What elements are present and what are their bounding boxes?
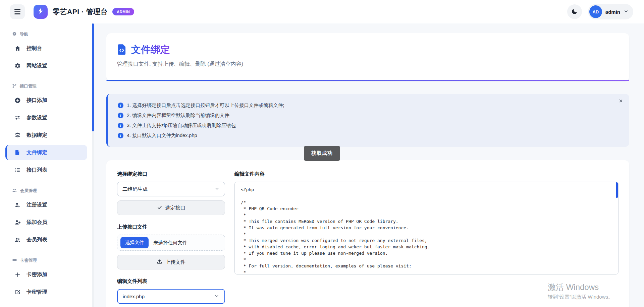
sidebar-item-site-settings[interactable]: 网站设置: [5, 58, 87, 73]
edit-square-icon: [14, 289, 21, 295]
git-branch-icon: [12, 83, 17, 89]
file-list-label: 编辑文件列表: [117, 278, 225, 285]
avatar: AD: [589, 5, 602, 18]
user-gear-icon: [14, 202, 21, 208]
sidebar-item-member-list[interactable]: 会员列表: [5, 232, 87, 247]
toast-message: 获取成功: [304, 146, 340, 161]
sidebar-section-members: 会员管理: [12, 188, 94, 194]
alert-line: i 3. 文件上传支持zip压缩自动解压成功后删除压缩包: [118, 122, 619, 129]
alert-line: i 4. 接口默认入口文件为index.php: [118, 132, 619, 139]
file-list-select[interactable]: index.php: [117, 289, 225, 304]
editor-content: <?php /* * PHP QR Code encoder * * This …: [241, 186, 612, 274]
info-icon: i: [118, 113, 123, 118]
plus-circle-icon: [14, 97, 21, 104]
no-file-chosen-text: 未选择任何文件: [153, 240, 187, 246]
upload-file-button[interactable]: 上传文件: [117, 255, 225, 269]
top-header: 零艺API · 管理台 ADMIN AD admin: [0, 0, 644, 23]
sidebar-item-dashboard[interactable]: 控制台: [5, 41, 87, 56]
page-subtitle: 管理接口文件, 支持上传、编辑、删除 (通过清空内容): [117, 61, 619, 68]
file-code-icon: [117, 44, 127, 56]
info-icon: i: [118, 103, 123, 108]
list-icon: [14, 167, 21, 173]
sidebar-item-card-add[interactable]: 卡密添加: [5, 267, 87, 282]
main-content: 文件绑定 管理接口文件, 支持上传、编辑、删除 (通过清空内容) i 1. 选择…: [94, 23, 644, 307]
sidebar: 导航 控制台 网站设置 接口管理 接口添加 参数设置 数据绑定 文件绑定 接口列…: [0, 23, 94, 307]
upload-file-label: 上传接口文件: [117, 224, 225, 230]
file-input[interactable]: 选择文件 未选择任何文件: [117, 235, 225, 251]
upload-icon: [157, 259, 162, 265]
sidebar-item-data-binding[interactable]: 数据绑定: [5, 127, 87, 143]
dark-mode-toggle[interactable]: [567, 4, 582, 19]
sidebar-item-card-manage[interactable]: 卡密管理: [5, 284, 87, 300]
moon-icon: [571, 8, 578, 16]
user-menu[interactable]: AD admin: [588, 4, 633, 19]
confirm-api-button[interactable]: 选定接口: [117, 200, 225, 215]
database-icon: [14, 132, 21, 138]
admin-badge: ADMIN: [112, 8, 134, 15]
sliders-icon: [14, 115, 21, 121]
file-list-select-value: index.php: [123, 294, 145, 299]
file-binding-form-card: 选择绑定接口 二维码生成 选定接口 上传接口文件 选择文件 未选择任何文件 上传…: [106, 160, 629, 307]
compass-icon: [12, 32, 17, 37]
info-icon: i: [118, 123, 123, 128]
sidebar-item-add-member[interactable]: 添加会员: [5, 214, 87, 230]
alert-line: i 2. 编辑文件内容框留空默认删除当前编辑的文件: [118, 112, 619, 119]
api-select[interactable]: 二维码生成: [117, 182, 225, 196]
gear-icon: [14, 63, 21, 69]
sidebar-scrollbar-thumb[interactable]: [92, 23, 94, 131]
info-icon: i: [118, 133, 123, 138]
sidebar-section-nav: 导航: [12, 32, 94, 37]
app-logo: [34, 5, 48, 19]
select-api-label: 选择绑定接口: [117, 171, 225, 177]
file-content-editor[interactable]: <?php /* * PHP QR Code encoder * * This …: [234, 182, 619, 274]
chevron-down-icon: [214, 293, 219, 300]
check-icon: [157, 205, 162, 211]
gradient-accent-bar: [106, 80, 629, 81]
alert-line: i 1. 选择好绑定接口后点击选定接口按钮后才可以上传接口文件或编辑文件;: [118, 102, 619, 109]
info-alert: i 1. 选择好绑定接口后点击选定接口按钮后才可以上传接口文件或编辑文件; i …: [106, 94, 629, 147]
sidebar-toggle-button[interactable]: [10, 4, 25, 19]
sidebar-item-file-binding[interactable]: 文件绑定: [5, 145, 87, 160]
chevron-down-icon: [214, 186, 220, 192]
page-title: 文件绑定: [131, 43, 170, 57]
users-icon: [12, 188, 17, 194]
chevron-down-icon: [624, 9, 629, 15]
editor-scrollbar-thumb[interactable]: [616, 182, 618, 198]
alert-close-button[interactable]: [619, 99, 623, 103]
sidebar-item-api-add[interactable]: 接口添加: [5, 93, 87, 108]
sidebar-item-api-list[interactable]: 接口列表: [5, 162, 87, 178]
sidebar-section-cards: 卡密管理: [12, 257, 94, 263]
ticket-icon: [12, 257, 17, 263]
app-title: 零艺API · 管理台: [53, 7, 108, 16]
close-icon: [619, 99, 623, 104]
file-icon: [14, 149, 21, 156]
user-name: admin: [605, 9, 620, 15]
api-select-value: 二维码生成: [122, 186, 148, 192]
sidebar-section-api: 接口管理: [12, 83, 94, 89]
page-header-card: 文件绑定 管理接口文件, 支持上传、编辑、删除 (通过清空内容): [106, 33, 629, 81]
plus-icon: [14, 271, 21, 278]
sidebar-item-param-settings[interactable]: 参数设置: [5, 110, 87, 125]
home-icon: [14, 45, 21, 52]
lightning-bolt-icon: [37, 7, 44, 16]
editor-label: 编辑文件内容: [234, 171, 619, 177]
sidebar-item-register-settings[interactable]: 注册设置: [5, 197, 87, 212]
choose-file-button[interactable]: 选择文件: [120, 237, 149, 248]
user-plus-icon: [14, 219, 21, 226]
users-icon: [14, 237, 21, 243]
